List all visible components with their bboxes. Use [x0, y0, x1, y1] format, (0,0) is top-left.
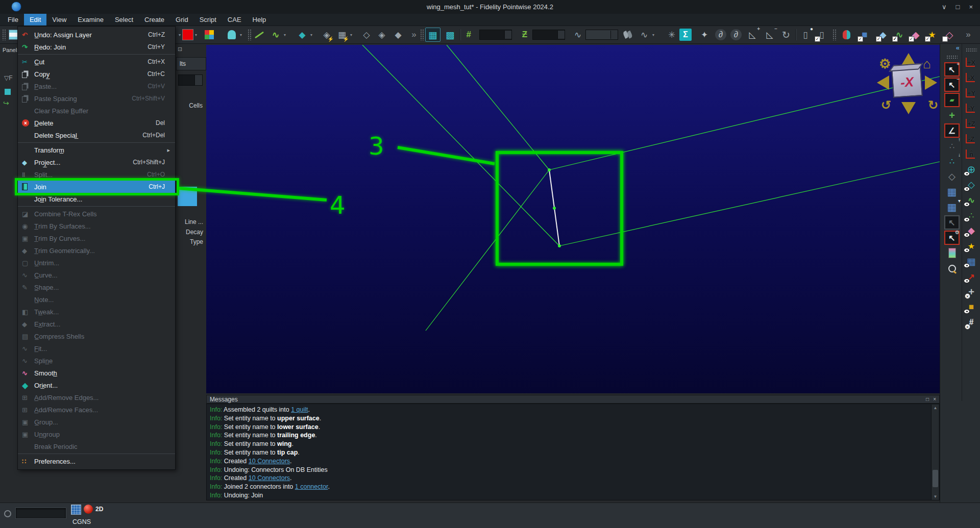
show-connectors-icon[interactable]: ∿ ✓: [893, 28, 906, 41]
solve-diamond-icon[interactable]: ◈ ⚡: [320, 28, 333, 41]
solve-grid-icon[interactable]: ▦ ⚡: [335, 28, 349, 41]
viewcube-settings-gear-icon[interactable]: ⚙: [879, 56, 891, 72]
domain-tools-icon[interactable]: ◆: [391, 28, 405, 41]
partial-derivative-icon[interactable]: ∂: [729, 28, 743, 41]
dropdown-icon[interactable]: ▾: [282, 28, 287, 41]
delete[interactable]: × D̲elete Del: [18, 117, 175, 129]
toolbar-grip[interactable]: [946, 55, 958, 59]
ungroup[interactable]: ▣ Un̲group: [18, 428, 175, 440]
show-points-toggle[interactable]: ∴: [964, 208, 979, 222]
unstructured-grid-button[interactable]: ▩: [443, 28, 458, 42]
partial-derivative-icon[interactable]: ∂: [714, 28, 727, 41]
tweak[interactable]: ◧ Tw̲eak...: [18, 306, 175, 318]
overflow-chevrons[interactable]: »: [410, 28, 418, 41]
defaults-combobox[interactable]: [178, 74, 203, 86]
measure-icon[interactable]: ▯ ●: [799, 28, 812, 41]
menubar-item[interactable]: View: [46, 14, 72, 26]
fit[interactable]: ∿ F̲it...: [18, 342, 175, 355]
dropdown-icon[interactable]: ▾: [349, 28, 354, 41]
leaf-icon[interactable]: [619, 28, 632, 41]
group[interactable]: ▣ G̲roup...: [18, 416, 175, 428]
add-remove-edges[interactable]: ⊞ A̲dd/Remove Edges...: [18, 391, 175, 404]
viewcube-home-icon[interactable]: ⌂: [923, 56, 931, 72]
toolbar-separator[interactable]: [460, 29, 461, 40]
menubar-item[interactable]: File: [2, 14, 24, 26]
orient[interactable]: ◆ Ori̲ent...: [18, 379, 175, 391]
summation-grid-icon[interactable]: Σ: [679, 29, 692, 41]
status-radio[interactable]: [4, 510, 11, 517]
select-minus-button[interactable]: ↖ −: [944, 78, 960, 92]
show-plane-button[interactable]: ◇: [964, 178, 979, 192]
surface-icon[interactable]: ◆: [296, 28, 309, 41]
messages-float-icon[interactable]: □: [926, 396, 929, 402]
shape[interactable]: ✎ S̲hape...: [18, 281, 175, 293]
messages-close-icon[interactable]: ×: [933, 396, 936, 402]
maximize-button[interactable]: □: [956, 3, 960, 11]
minimize-button[interactable]: ∨: [942, 3, 947, 11]
spacing-combobox[interactable]: [532, 30, 565, 40]
trim-by-curves[interactable]: ▣ T̲rim By Curves...: [18, 232, 175, 244]
block-grid-button[interactable]: ▦: [944, 185, 960, 199]
hide-grid-toggle[interactable]: # ×: [964, 315, 979, 330]
project[interactable]: ◆ Proj̲ect... Ctrl+Shift+J: [18, 156, 175, 168]
block-grid-dropdown[interactable]: ▦ ▾: [944, 200, 960, 214]
toolbar-grip[interactable]: [2, 29, 6, 40]
show-box-toggle[interactable]: ■: [964, 300, 979, 314]
grid-type-icon[interactable]: [71, 505, 81, 515]
distribution-icon[interactable]: ∿: [571, 28, 584, 41]
quilt-button[interactable]: ◇: [944, 169, 960, 184]
view-normal-button[interactable]: n̂: [964, 147, 979, 161]
view-plus-y-button[interactable]: +Y: [964, 86, 979, 100]
scroll-down-icon[interactable]: ▼: [932, 493, 939, 500]
measure-check-icon[interactable]: ▯ ✓: [815, 28, 828, 41]
mask-icon[interactable]: [840, 28, 853, 41]
viewport-3d[interactable]: ⚙ ⌂ ↺ ↻ -X ⋯⋯: [206, 45, 940, 393]
note[interactable]: N̲ote...: [18, 293, 175, 306]
domain-diag-icon[interactable]: ◈: [375, 28, 388, 41]
ghost-entity-icon[interactable]: [225, 28, 238, 41]
smooth[interactable]: ∿ Smooth̲: [18, 367, 175, 379]
tree-up-button[interactable]: ∴ ↑: [944, 139, 960, 153]
viewcube-left-arrow[interactable]: [877, 76, 889, 90]
show-database-icon[interactable]: ◆ ✓: [909, 28, 922, 41]
menubar-item[interactable]: CAE: [222, 14, 247, 26]
domain-icon[interactable]: ◇: [360, 28, 373, 41]
show-grid-toggle[interactable]: ▦: [964, 254, 979, 268]
show-axes-toggle[interactable]: ↗: [964, 269, 979, 284]
transform[interactable]: Transform̲ ▸: [18, 144, 175, 156]
view-minus-z-button[interactable]: -Z: [964, 132, 979, 146]
dimension-combobox[interactable]: [479, 30, 512, 40]
menubar-item[interactable]: Grid: [170, 14, 194, 26]
redo[interactable]: ↷ R̲edo: Join Ctrl+Y: [18, 41, 175, 53]
structured-grid-button[interactable]: ▦: [425, 28, 440, 42]
pad-select-button[interactable]: +: [944, 108, 960, 122]
scrollbar-thumb[interactable]: [933, 470, 938, 487]
distribution-combobox[interactable]: [585, 30, 618, 40]
two-point-curve-icon[interactable]: [253, 28, 266, 41]
menubar-item[interactable]: Script: [194, 14, 222, 26]
viewcube-rotate-left-icon[interactable]: ↺: [881, 98, 891, 112]
layer-colors-icon[interactable]: [203, 28, 216, 41]
toolbar-grip[interactable]: [966, 48, 977, 52]
compress-shells[interactable]: ▤ C̲ompress Shells: [18, 330, 175, 342]
menubar-item[interactable]: Create: [139, 14, 170, 26]
entity-swatch-icon[interactable]: [5, 89, 11, 95]
delete-special[interactable]: Delete Special̲ Ctrl+Del: [18, 129, 175, 141]
overflow-chevrons[interactable]: »: [964, 28, 972, 41]
viewcube-down-arrow[interactable]: [901, 102, 916, 114]
reextrude-icon[interactable]: ↻: [779, 28, 793, 41]
defaults-tab[interactable]: lts: [176, 57, 206, 70]
show-sources-icon[interactable]: ★ ✓: [925, 28, 939, 41]
paste[interactable]: P̲aste... Ctrl+V: [18, 80, 175, 92]
connector-icon[interactable]: ↪: [3, 99, 9, 107]
spacing-icon[interactable]: Ƶ: [518, 28, 531, 41]
view-cube[interactable]: -X: [891, 66, 923, 98]
toolbar-grip[interactable]: [832, 29, 837, 40]
collapse-dock-icon[interactable]: «: [942, 44, 962, 53]
cut[interactable]: ✂ C̲ut Ctrl+X: [18, 56, 175, 68]
extract[interactable]: ◆ Ex̲tract...: [18, 318, 175, 330]
examine-minus-icon[interactable]: ◺ −: [763, 28, 776, 41]
view-minus-x-button[interactable]: -X: [964, 70, 979, 85]
undo[interactable]: ↶ U̲ndo: Assign Layer Ctrl+Z: [18, 29, 175, 41]
copy[interactable]: Copy̲ Ctrl+C: [18, 68, 175, 80]
